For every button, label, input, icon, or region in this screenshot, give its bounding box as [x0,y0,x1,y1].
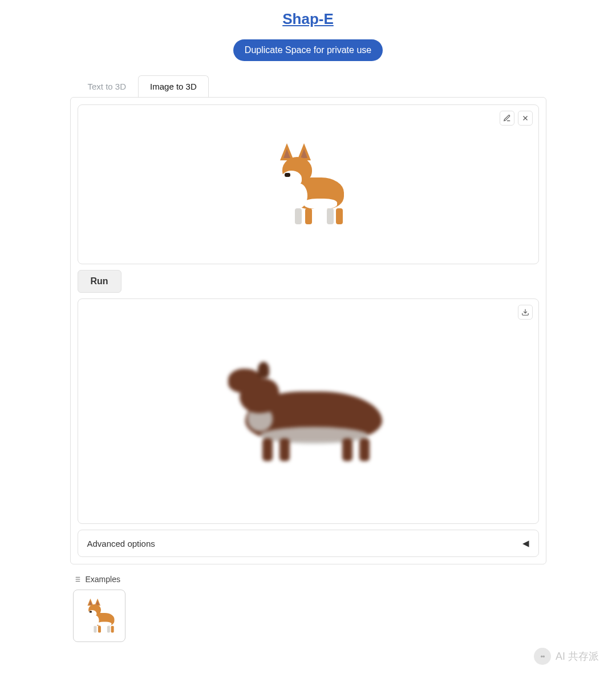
output-model-box[interactable] [78,298,539,524]
close-icon[interactable] [518,111,533,126]
pencil-icon[interactable] [500,111,514,126]
tab-text-to-3d[interactable]: Text to 3D [76,75,139,97]
tab-bar: Text to 3D Image to 3D [76,75,546,97]
example-thumb-0[interactable] [73,590,125,642]
output-model-corgi [222,352,394,471]
examples-section: Examples [70,575,546,642]
tab-image-to-3d[interactable]: Image to 3D [138,75,209,97]
watermark-text: AI 共存派 [556,649,599,663]
examples-label: Examples [86,575,120,584]
advanced-options-accordion[interactable]: Advanced options ◀ [78,530,539,557]
input-image-corgi [265,139,351,230]
example-thumb-corgi [81,596,117,635]
wechat-icon: •• [534,648,551,665]
chevron-left-icon: ◀ [522,538,529,548]
main-panel: Run [70,97,546,564]
duplicate-space-button[interactable]: Duplicate Space for private use [233,39,383,61]
run-button[interactable]: Run [78,270,121,293]
page-title[interactable]: Shap-E [0,10,616,28]
watermark: •• AI 共存派 [534,648,599,665]
input-image-box[interactable] [78,104,539,264]
list-icon [73,575,81,583]
accordion-label: Advanced options [87,539,155,548]
download-icon[interactable] [518,305,533,320]
